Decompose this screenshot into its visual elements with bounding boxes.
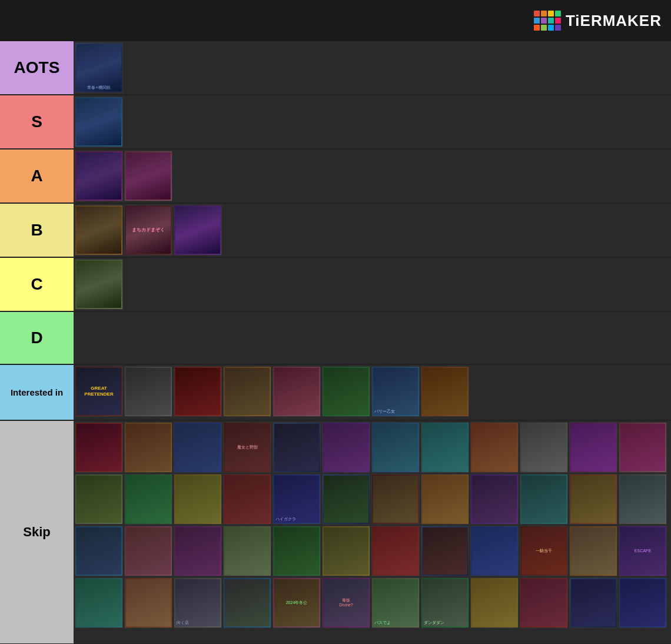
anime-item[interactable]	[520, 474, 568, 525]
anime-item[interactable]: 青春×機関銃	[75, 42, 123, 93]
tier-row-b: B まちカドまぞく	[0, 204, 671, 258]
anime-item[interactable]: 一騎当千	[520, 526, 568, 576]
logo-cell	[555, 18, 561, 24]
tier-content-c	[74, 258, 671, 311]
anime-item[interactable]	[470, 526, 519, 576]
anime-item[interactable]	[124, 526, 172, 576]
anime-item[interactable]	[124, 474, 172, 525]
tier-label-aots: AOTS	[0, 41, 74, 94]
tier-label-skip: Skip	[0, 421, 74, 643]
anime-item[interactable]	[421, 422, 469, 473]
logo-cell	[534, 11, 540, 16]
anime-item[interactable]	[124, 577, 172, 628]
anime-item[interactable]	[223, 366, 271, 417]
logo-cell	[534, 18, 540, 24]
anime-item[interactable]	[569, 526, 617, 576]
logo-cell	[548, 25, 554, 31]
anime-item[interactable]: ハイガクラ	[273, 474, 321, 525]
logo-grid-icon	[534, 11, 561, 31]
anime-item[interactable]	[520, 422, 568, 473]
logo-cell	[541, 25, 547, 31]
logo-cell	[548, 18, 554, 24]
anime-item[interactable]	[75, 474, 123, 525]
tier-content-interested: GREATPRETENDER バリー乙女	[74, 365, 671, 420]
anime-item[interactable]	[470, 577, 519, 628]
anime-item[interactable]: バリー乙女	[371, 366, 420, 417]
anime-item[interactable]: ESCAPE	[619, 526, 667, 576]
logo-cell	[534, 25, 540, 31]
tier-content-b: まちカドまぞく	[74, 204, 671, 257]
anime-item[interactable]	[322, 422, 370, 473]
tier-row-s: S	[0, 95, 671, 150]
tier-content-aots: 青春×機関銃	[74, 41, 671, 94]
anime-item[interactable]	[569, 474, 617, 525]
anime-item[interactable]	[75, 259, 123, 310]
tier-row-d: D	[0, 312, 671, 365]
header: TiERMAKER	[0, 0, 671, 41]
anime-item[interactable]: 向く店	[174, 577, 222, 628]
anime-item[interactable]	[322, 474, 370, 525]
tier-content-s	[74, 95, 671, 148]
logo-text: TiERMAKER	[566, 12, 662, 30]
anime-item[interactable]	[371, 474, 420, 525]
tier-label-b: B	[0, 204, 74, 257]
logo-cell	[548, 11, 554, 16]
anime-item[interactable]	[569, 577, 617, 628]
anime-item[interactable]	[75, 151, 123, 201]
tier-content-d	[74, 312, 671, 364]
anime-item[interactable]	[421, 474, 469, 525]
anime-item[interactable]	[75, 205, 123, 255]
tier-row-aots: AOTS 青春×機関銃	[0, 41, 671, 95]
anime-item[interactable]	[223, 577, 271, 628]
anime-item[interactable]: GREATPRETENDER	[75, 366, 123, 417]
logo-cell	[541, 18, 547, 24]
anime-item[interactable]	[371, 422, 420, 473]
anime-item[interactable]	[421, 526, 469, 576]
anime-item[interactable]	[75, 97, 123, 147]
tier-label-d: D	[0, 312, 74, 364]
tier-row-skip: Skip 魔女と野獣 ハイガクラ	[0, 421, 671, 644]
anime-item[interactable]: 毒版Divine?	[322, 577, 370, 628]
anime-item[interactable]	[174, 526, 222, 576]
tier-row-a: A	[0, 150, 671, 204]
anime-item[interactable]	[322, 526, 370, 576]
anime-item[interactable]	[421, 366, 469, 417]
anime-item[interactable]	[124, 366, 172, 417]
logo-cell	[541, 11, 547, 16]
anime-item[interactable]	[174, 474, 222, 525]
anime-item[interactable]	[322, 366, 370, 417]
tier-label-a: A	[0, 150, 74, 203]
anime-item[interactable]: バスでよ	[371, 577, 420, 628]
anime-item[interactable]	[273, 366, 321, 417]
anime-item[interactable]	[273, 422, 321, 473]
anime-item[interactable]: 魔女と野獣	[223, 422, 271, 473]
anime-item[interactable]	[124, 422, 172, 473]
anime-item[interactable]	[75, 422, 123, 473]
anime-item[interactable]	[470, 474, 519, 525]
anime-item[interactable]	[569, 422, 617, 473]
anime-item[interactable]	[371, 526, 420, 576]
anime-item[interactable]	[75, 526, 123, 576]
anime-item[interactable]	[223, 526, 271, 576]
tier-label-c: C	[0, 258, 74, 311]
tier-row-interested: Interested in GREATPRETENDER	[0, 365, 671, 421]
anime-item[interactable]	[75, 577, 123, 628]
anime-item[interactable]: まちカドまぞく	[124, 205, 172, 255]
anime-item[interactable]	[223, 474, 271, 525]
anime-item[interactable]	[174, 366, 222, 417]
anime-item[interactable]	[619, 422, 667, 473]
anime-item[interactable]: 2024年冬公	[273, 577, 321, 628]
tier-list: TiERMAKER AOTS 青春×機関銃 S A	[0, 0, 671, 644]
anime-item[interactable]	[520, 577, 568, 628]
anime-item[interactable]	[174, 205, 222, 255]
tier-content-a	[74, 150, 671, 203]
anime-item[interactable]	[124, 151, 172, 201]
anime-item[interactable]	[470, 422, 519, 473]
anime-item[interactable]	[273, 526, 321, 576]
anime-item[interactable]	[619, 474, 667, 525]
logo: TiERMAKER	[534, 11, 662, 31]
anime-item[interactable]	[174, 422, 222, 473]
anime-item[interactable]	[619, 577, 667, 628]
tier-row-c: C	[0, 258, 671, 312]
anime-item[interactable]: ダンダダン	[421, 577, 469, 628]
